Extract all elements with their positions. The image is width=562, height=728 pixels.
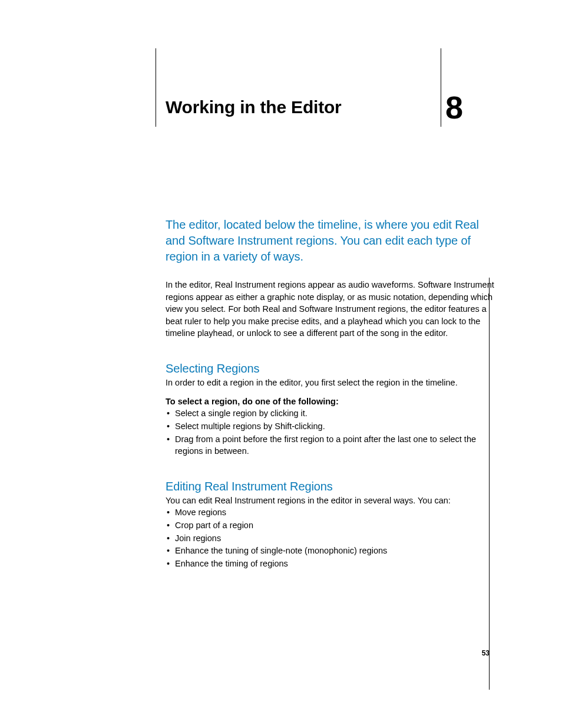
bullet-list-edit: Move regions Crop part of a region Join …: [166, 506, 495, 569]
section-heading-editing-real: Editing Real Instrument Regions: [166, 480, 495, 493]
list-item: Drag from a point before the first regio…: [166, 433, 495, 457]
vertical-rule-right: [441, 48, 441, 127]
list-item: Move regions: [166, 506, 495, 519]
instruction-lead: To select a region, do one of the follow…: [166, 397, 495, 406]
section1-paragraph: In order to edit a region in the editor,…: [166, 377, 495, 389]
list-item: Enhance the timing of regions: [166, 558, 495, 570]
intro-paragraph: The editor, located below the timeline, …: [166, 217, 495, 265]
list-item: Select a single region by clicking it.: [166, 407, 495, 420]
list-item: Crop part of a region: [166, 519, 495, 532]
list-item: Select multiple regions by Shift-clickin…: [166, 420, 495, 433]
page: Working in the Editor 8 The editor, loca…: [0, 0, 562, 728]
content-column: The editor, located below the timeline, …: [166, 217, 495, 570]
chapter-title: Working in the Editor: [166, 97, 342, 117]
bullet-list-select: Select a single region by clicking it. S…: [166, 407, 495, 457]
chapter-number: 8: [445, 89, 463, 126]
section-heading-selecting-regions: Selecting Regions: [166, 362, 495, 375]
page-number: 53: [482, 649, 490, 657]
body-paragraph: In the editor, Real Instrument regions a…: [166, 279, 495, 340]
section2-paragraph: You can edit Real Instrument regions in …: [166, 495, 495, 507]
list-item: Join regions: [166, 532, 495, 545]
list-item: Enhance the tuning of single-note (monop…: [166, 545, 495, 557]
vertical-rule-left: [156, 48, 156, 127]
